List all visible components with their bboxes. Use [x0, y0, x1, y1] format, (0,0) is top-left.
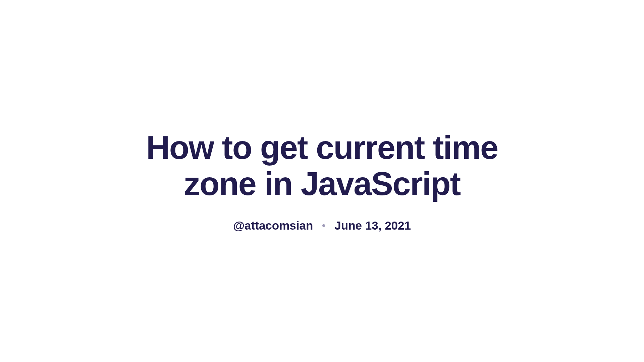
publish-date: June 13, 2021: [334, 219, 411, 232]
separator-dot: [322, 224, 325, 227]
author-handle: @attacomsian: [233, 219, 313, 232]
article-header: How to get current time zone in JavaScri…: [138, 130, 506, 232]
article-meta: @attacomsian June 13, 2021: [138, 219, 506, 232]
article-title: How to get current time zone in JavaScri…: [138, 130, 506, 202]
